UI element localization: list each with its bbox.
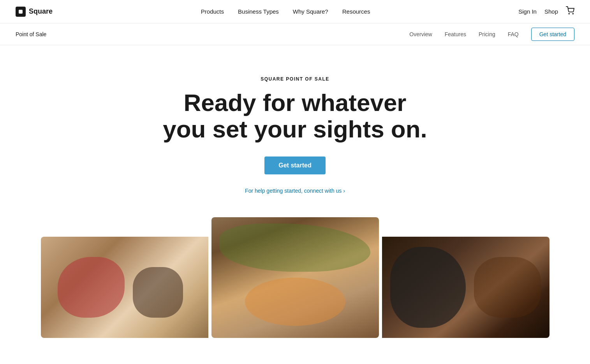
hero-headline: Ready for whatever you set your sights o… <box>159 90 431 142</box>
shop-link[interactable]: Shop <box>544 8 558 15</box>
florist-image <box>211 217 379 338</box>
nav-item-products[interactable]: Products <box>201 8 224 15</box>
hero-headline-line1: Ready for whatever <box>184 89 407 116</box>
photo-florist <box>211 217 379 338</box>
nav-item-business-types[interactable]: Business Types <box>238 8 279 15</box>
hero-eyebrow: SQUARE POINT OF SALE <box>16 76 574 82</box>
photo-strip <box>0 217 590 338</box>
sub-nav-right: Overview Features Pricing FAQ Get starte… <box>409 28 574 41</box>
sub-nav-cta-button[interactable]: Get started <box>531 28 574 41</box>
nav-item-resources[interactable]: Resources <box>342 8 370 15</box>
svg-point-0 <box>569 13 569 14</box>
nav-item-why-square[interactable]: Why Square? <box>293 8 328 15</box>
hero-section: SQUARE POINT OF SALE Ready for whatever … <box>0 45 590 217</box>
logo[interactable]: Square <box>16 7 53 17</box>
sub-nav: Point of Sale Overview Features Pricing … <box>0 23 590 45</box>
photo-restaurant <box>382 237 549 338</box>
svg-point-1 <box>572 13 573 14</box>
sub-nav-overview[interactable]: Overview <box>409 31 432 37</box>
brand-name: Square <box>29 7 53 16</box>
sign-in-link[interactable]: Sign In <box>518 8 537 15</box>
sub-nav-title: Point of Sale <box>16 31 46 37</box>
cart-icon[interactable] <box>566 6 574 17</box>
restaurant-image <box>382 237 549 338</box>
nav-right: Sign In Shop <box>518 6 574 17</box>
kitchen-image <box>41 237 208 338</box>
hero-headline-line2: you set your sights on. <box>163 116 427 142</box>
nav-center: Products Business Types Why Square? Reso… <box>201 8 370 15</box>
hero-help-link[interactable]: For help getting started, connect with u… <box>16 188 574 194</box>
top-nav: Square Products Business Types Why Squar… <box>0 0 590 23</box>
sub-nav-faq[interactable]: FAQ <box>508 31 519 37</box>
sub-nav-pricing[interactable]: Pricing <box>479 31 495 37</box>
sub-nav-features[interactable]: Features <box>445 31 466 37</box>
photo-kitchen <box>41 237 208 338</box>
hero-cta-button[interactable]: Get started <box>264 157 325 174</box>
logo-square-icon <box>16 7 26 17</box>
